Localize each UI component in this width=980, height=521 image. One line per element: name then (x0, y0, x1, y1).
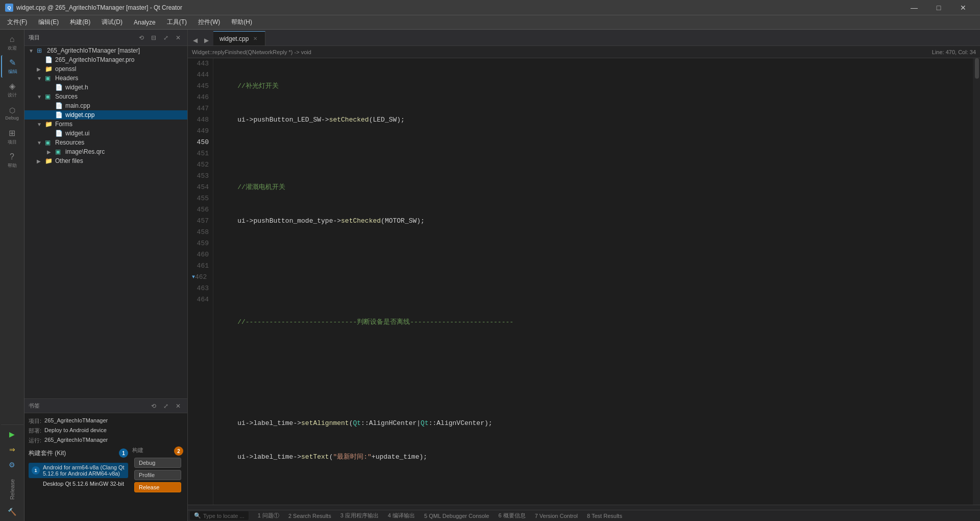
menu-analyze[interactable]: Analyze (129, 17, 161, 28)
kit-project-row: 项目: 265_AgritechIoTManager (29, 417, 183, 425)
line-num-464: 464 (192, 294, 209, 305)
kit-row-android[interactable]: 1 Android for arm64-v8a (Clang Qt 5.12.6… (29, 463, 128, 478)
filter-icon[interactable]: ⊟ (149, 33, 159, 43)
image-res-label: image\Res.qrc (65, 148, 185, 155)
kit-run-value: 265_AgritechIoTManager (44, 437, 108, 444)
widget-cpp-label: widget.cpp (65, 111, 185, 119)
tree-item-widget-h[interactable]: 📄 widget.h (24, 83, 187, 92)
build-header: 构建 2 (132, 446, 183, 456)
menu-edit[interactable]: 编辑(E) (33, 16, 64, 29)
tab-qml-debugger[interactable]: 5 QML Debugger Console (420, 512, 493, 520)
menu-widgets[interactable]: 控件(W) (193, 16, 225, 29)
step-button[interactable]: ⇒ (3, 442, 21, 457)
location-text: Widget::replyFinished(QNetworkReply *) -… (192, 49, 311, 55)
release-sidebar-label[interactable]: Release (8, 475, 16, 504)
bookmarks-sync-icon[interactable]: ⟲ (149, 401, 159, 411)
debug-build-button[interactable]: Debug (134, 458, 181, 468)
tree-item-other-files[interactable]: ▶ 📁 Other files (24, 156, 187, 165)
tab-test-results[interactable]: 8 Test Results (583, 512, 626, 520)
sidebar-item-welcome[interactable]: ⌂ 欢迎 (1, 32, 23, 54)
run-button[interactable]: ▶ (3, 427, 21, 441)
tree-item-forms[interactable]: ▼ 📁 Forms (24, 120, 187, 129)
maximize-button[interactable]: □ (927, 0, 950, 15)
tab-forward-icon[interactable]: ▶ (201, 35, 211, 45)
build-type-area: Debug Profile Release (132, 458, 183, 492)
menu-tools[interactable]: 工具(T) (162, 16, 192, 29)
kit-badge-1: 1 (119, 448, 128, 458)
tree-item-sources[interactable]: ▼ ▣ Sources (24, 92, 187, 101)
menu-build[interactable]: 构建(B) (65, 16, 95, 29)
debug-label: Debug (5, 115, 19, 121)
arrow-image-res: ▶ (47, 149, 55, 155)
tab-close-icon[interactable]: ✕ (252, 35, 259, 42)
sidebar-item-help[interactable]: ? 帮助 (1, 149, 23, 172)
bookmarks-close-icon[interactable]: ✕ (173, 401, 183, 411)
tree-item-pro[interactable]: 📄 265_AgritechIoTManager.pro (24, 55, 187, 64)
horizontal-scrollbar[interactable] (188, 505, 980, 510)
kit-row-desktop[interactable]: Desktop Qt 5.12.6 MinGW 32-bit (29, 479, 128, 488)
bottom-tabs: 🔍 Type to locate ... 1 问题① 2 Search Resu… (188, 510, 980, 521)
tab-widget-cpp[interactable]: widget.cpp ✕ (213, 31, 265, 45)
run-controls: ▶ ⇒ ⚙ (1, 424, 23, 474)
tab-search-results[interactable]: 2 Search Results (284, 512, 335, 520)
tree-item-resources[interactable]: ▼ ▣ Resources (24, 138, 187, 147)
build-button[interactable]: ⚙ (3, 458, 21, 472)
profile-build-button[interactable]: Profile (134, 470, 181, 480)
expand-icon[interactable]: ⤢ (161, 33, 171, 43)
line-col-text: Line: 470, Col: 34 (932, 49, 976, 55)
file-tree-title: 项目 (29, 34, 40, 41)
pro-file-icon: 📄 (45, 56, 53, 63)
line-num-455: 455 (192, 193, 209, 204)
tree-item-image-res[interactable]: ▶ ▣ image\Res.qrc (24, 147, 187, 156)
minimize-button[interactable]: — (902, 0, 926, 15)
type-to-locate[interactable]: 🔍 Type to locate ... (190, 511, 249, 520)
sidebar-item-edit[interactable]: ✎ 编辑 (1, 55, 23, 78)
openssl-label: openssl (55, 65, 185, 73)
tab-compile-output[interactable]: 4 编译输出 (384, 511, 419, 520)
tree-item-widget-cpp[interactable]: 📄 widget.cpp (24, 110, 187, 120)
bookmarks-expand-icon[interactable]: ⤢ (161, 401, 171, 411)
tree-item-project-root[interactable]: ▼ ⊞ 265_AgritechIoTManager [master] (24, 46, 187, 55)
tree-item-openssl[interactable]: ▶ 📁 openssl (24, 64, 187, 74)
resources-label: Resources (55, 139, 185, 146)
release-build-button[interactable]: Release (134, 482, 181, 492)
tab-version-control[interactable]: 7 Version Control (531, 512, 582, 520)
sidebar-item-project[interactable]: ⊞ 项目 (1, 126, 23, 148)
menu-debug[interactable]: 调试(D) (96, 16, 128, 29)
code-content[interactable]: //补光灯开关 ui->pushButton_LED_SW->setChecke… (213, 58, 973, 505)
tab-bar: ◀ ▶ widget.cpp ✕ (188, 30, 980, 46)
code-line-454: ui->label_time->setText("最新时间:"+update_t… (222, 452, 965, 463)
project-icon-file: ⊞ (37, 47, 45, 54)
release-vertical-text: Release (8, 477, 16, 502)
scroll-indicator[interactable] (973, 58, 980, 505)
search-icon: 🔍 (194, 512, 201, 519)
line-num-451: 451 (192, 148, 209, 159)
code-line-447: ui->pushButton_mode_type->setChecked(MOT… (222, 216, 965, 227)
titlebar-controls: — □ ✕ (902, 0, 975, 15)
arrow-resources: ▼ (37, 140, 45, 146)
menu-help[interactable]: 帮助(H) (226, 16, 257, 29)
tree-item-main-cpp[interactable]: 📄 main.cpp (24, 101, 187, 110)
tree-item-headers[interactable]: ▼ ▣ Headers (24, 74, 187, 83)
tab-problems[interactable]: 1 问题① (254, 511, 283, 520)
sync-icon[interactable]: ⟲ (136, 33, 146, 43)
line-num-456: 456 (192, 204, 209, 216)
sidebar-item-design[interactable]: ◈ 设计 (1, 79, 23, 101)
menu-file[interactable]: 文件(F) (2, 16, 32, 29)
code-line-455 (222, 485, 965, 496)
kit-list-col: 构建套件 (Kit) 1 1 Android for arm64-v8a (Cl… (29, 446, 128, 492)
kit-deploy-label: 部署: (29, 427, 41, 435)
tab-back-icon[interactable]: ◀ (190, 35, 200, 45)
close-panel-icon[interactable]: ✕ (173, 33, 183, 43)
stop-button[interactable]: 🔨 (3, 505, 21, 519)
line-num-444: 444 (192, 69, 209, 81)
line-num-458: 458 (192, 227, 209, 238)
kit-android-label: Android for arm64-v8a (Clang Qt 5.12.6 f… (43, 464, 125, 477)
arrow-openssl: ▶ (37, 66, 45, 72)
tree-item-widget-ui[interactable]: 📄 widget.ui (24, 129, 187, 138)
tab-app-output[interactable]: 3 应用程序输出 (336, 511, 383, 520)
sidebar-item-debug[interactable]: ⬡ Debug (1, 102, 23, 125)
code-line-450: //----------------------------判断设备是否离线--… (222, 317, 965, 328)
close-button[interactable]: ✕ (951, 0, 975, 15)
tab-summary[interactable]: 6 概要信息 (494, 511, 529, 520)
